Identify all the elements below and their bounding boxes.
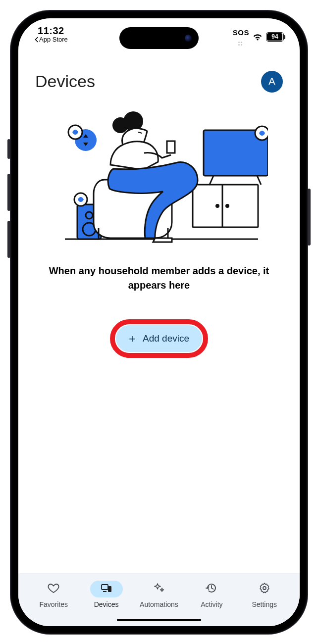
cellular-no-service-icon [238, 42, 242, 46]
tab-label: Settings [252, 600, 277, 608]
plus-icon: ＋ [127, 333, 138, 344]
chevron-left-icon [34, 37, 39, 43]
back-to-app-label: App Store [39, 36, 68, 43]
svg-line-15 [257, 176, 261, 185]
svg-point-12 [225, 204, 229, 208]
tab-favorites[interactable]: Favorites [29, 581, 78, 608]
gear-icon [259, 582, 270, 595]
bottom-tab-bar: Favorites Devices Automations Activity [18, 573, 300, 626]
main-content: When any household member adds a device,… [18, 99, 300, 573]
add-device-button[interactable]: ＋ Add device [116, 325, 202, 352]
phone-side-button [7, 139, 10, 159]
phone-volume-down [7, 221, 10, 258]
tab-label: Automations [140, 600, 178, 608]
battery-indicator: 94 [266, 32, 284, 42]
svg-rect-20 [108, 586, 111, 592]
history-icon [206, 582, 217, 595]
tab-label: Activity [201, 600, 222, 608]
avatar-initial: A [268, 76, 275, 87]
add-device-highlight: ＋ Add device [111, 320, 207, 357]
sos-indicator: SOS [233, 28, 249, 37]
tab-settings[interactable]: Settings [240, 581, 289, 608]
page-header: Devices A [18, 53, 300, 99]
svg-point-22 [263, 587, 266, 590]
svg-line-14 [210, 176, 213, 185]
tab-activity[interactable]: Activity [187, 581, 236, 608]
tab-devices[interactable]: Devices [82, 581, 131, 608]
tab-automations[interactable]: Automations [134, 581, 184, 608]
svg-rect-19 [102, 585, 108, 590]
home-indicator[interactable] [117, 619, 201, 621]
sparkles-icon [153, 582, 165, 595]
front-camera [185, 35, 192, 42]
empty-state-illustration [50, 110, 268, 249]
add-device-label: Add device [143, 333, 189, 344]
screen: 11:32 App Store SOS 94 [18, 18, 300, 626]
page-title: Devices [35, 72, 95, 91]
tab-label: Favorites [39, 600, 68, 608]
devices-icon [101, 582, 112, 595]
svg-point-18 [112, 117, 128, 133]
account-avatar[interactable]: A [261, 71, 283, 93]
phone-power-button [308, 189, 311, 246]
phone-volume-up [7, 174, 10, 211]
heart-icon [48, 582, 59, 595]
empty-state-message: When any household member adds a device,… [18, 264, 300, 293]
phone-frame: 11:32 App Store SOS 94 [10, 10, 308, 634]
battery-percent: 94 [271, 33, 278, 40]
svg-point-11 [215, 204, 219, 208]
back-to-app[interactable]: App Store [34, 36, 68, 43]
dynamic-island [119, 27, 199, 49]
wifi-icon [252, 33, 263, 41]
tab-label: Devices [94, 600, 119, 608]
status-time: 11:32 [34, 25, 68, 36]
